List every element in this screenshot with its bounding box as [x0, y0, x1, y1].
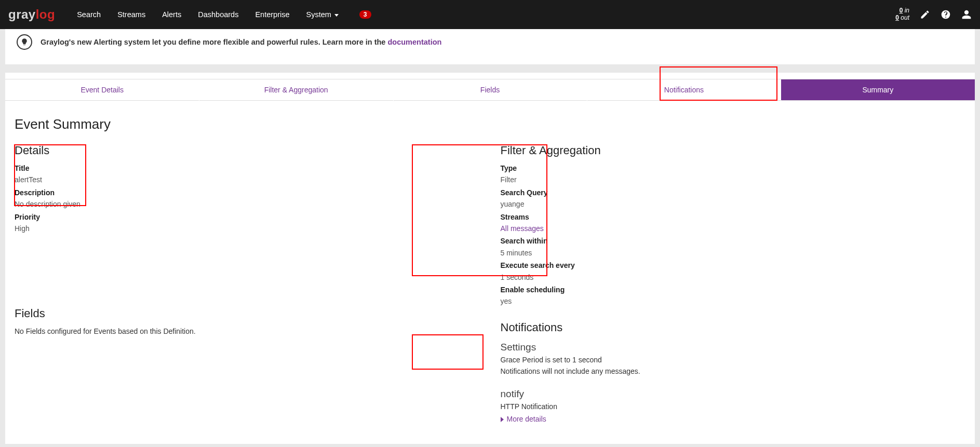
inout-out-label: out: [901, 14, 909, 21]
details-title-label: Title: [15, 162, 480, 174]
more-details-label: More details: [507, 415, 546, 423]
details-prio-value: High: [15, 223, 480, 234]
page-card: Event Details Filter & Aggregation Field…: [5, 73, 975, 444]
inout-out-value: 0: [895, 14, 899, 21]
brand-red: log: [36, 7, 56, 21]
more-details-toggle[interactable]: More details: [501, 415, 966, 423]
caret-right-icon: [501, 417, 504, 422]
details-prio-label: Priority: [15, 211, 480, 223]
filter-sched-label: Enable scheduling: [501, 284, 966, 295]
banner-text: Graylog's new Alerting system let you de…: [41, 38, 441, 46]
chevron-down-icon: [334, 14, 339, 17]
filter-type-label: Type: [501, 162, 966, 174]
filter-within-label: Search within: [501, 235, 966, 247]
documentation-link[interactable]: documentation: [387, 38, 441, 46]
details-heading: Details: [15, 144, 480, 157]
details-body: Title alertTest Description No descripti…: [15, 162, 480, 234]
details-desc-value: No description given: [15, 198, 480, 210]
step-label: Fields: [480, 86, 500, 94]
fields-empty-text: No Fields configured for Events based on…: [15, 326, 480, 337]
step-fields[interactable]: Fields: [393, 79, 587, 100]
nav-system[interactable]: System: [298, 1, 347, 28]
inout-in-value: 0: [900, 7, 903, 14]
left-column: Details Title alertTest Description No d…: [15, 144, 480, 423]
notify-type: HTTP Notification: [501, 401, 966, 412]
nav-links: Search Streams Alerts Dashboards Enterpr…: [69, 1, 371, 28]
step-label: Filter & Aggregation: [264, 86, 328, 94]
nav-streams[interactable]: Streams: [109, 1, 154, 28]
notifications-settings-label: Settings: [501, 342, 966, 353]
wizard-steps: Event Details Filter & Aggregation Field…: [5, 79, 975, 101]
filter-streams-value: All messages: [501, 223, 966, 234]
nav-alerts[interactable]: Alerts: [154, 1, 190, 28]
content: Event Summary Details Title alertTest De…: [5, 116, 975, 423]
step-label: Notifications: [664, 86, 704, 94]
notifications-grace: Grace Period is set to 1 second: [501, 354, 966, 365]
nav-system-label: System: [306, 10, 331, 19]
details-title-value: alertTest: [15, 174, 480, 185]
step-summary[interactable]: Summary: [781, 79, 975, 100]
filter-exec-label: Execute search every: [501, 260, 966, 271]
step-label: Event Details: [80, 86, 123, 94]
fields-heading: Fields: [15, 307, 480, 320]
inout-in-label: in: [905, 7, 909, 14]
top-navbar: graylog Search Streams Alerts Dashboards…: [0, 0, 980, 29]
filter-query-value: yuange: [501, 198, 966, 210]
nav-right: 0 in 0 out: [895, 7, 972, 22]
right-column: Filter & Aggregation Type Filter Search …: [501, 144, 966, 423]
lightbulb-icon: [17, 34, 32, 50]
step-notifications[interactable]: Notifications: [587, 79, 781, 100]
filter-within-value: 5 minutes: [501, 247, 966, 259]
banner-text-main: Graylog's new Alerting system let you de…: [41, 38, 387, 46]
filter-heading: Filter & Aggregation: [501, 144, 966, 157]
step-label: Summary: [862, 86, 893, 94]
step-event-details[interactable]: Event Details: [5, 79, 199, 100]
nav-enterprise[interactable]: Enterprise: [247, 1, 298, 28]
filter-query-label: Search Query: [501, 187, 966, 198]
filter-exec-value: 1 seconds: [501, 272, 966, 283]
step-filter-aggregation[interactable]: Filter & Aggregation: [199, 79, 393, 100]
nav-dashboards[interactable]: Dashboards: [190, 1, 247, 28]
notification-count-badge[interactable]: 3: [359, 10, 371, 19]
page-title: Event Summary: [15, 116, 965, 132]
details-desc-label: Description: [15, 187, 480, 198]
notifications-nomsg: Notifications will not include any messa…: [501, 365, 966, 377]
notify-name: notify: [501, 388, 966, 400]
brand-logo[interactable]: graylog: [8, 7, 55, 22]
filter-streams-label: Streams: [501, 211, 966, 223]
filter-body: Type Filter Search Query yuange Streams …: [501, 162, 966, 307]
help-icon[interactable]: [941, 9, 951, 20]
filter-sched-value: yes: [501, 295, 966, 307]
brand-gray: gray: [8, 7, 36, 21]
info-banner-card: Graylog's new Alerting system let you de…: [5, 29, 975, 64]
notifications-heading: Notifications: [501, 321, 966, 334]
throughput-indicator: 0 in 0 out: [895, 7, 909, 22]
scratchpad-icon[interactable]: [920, 9, 930, 20]
stream-link[interactable]: All messages: [501, 224, 544, 233]
user-icon[interactable]: [961, 9, 972, 20]
nav-search[interactable]: Search: [69, 1, 109, 28]
info-banner: Graylog's new Alerting system let you de…: [17, 34, 963, 50]
filter-type-value: Filter: [501, 174, 966, 185]
